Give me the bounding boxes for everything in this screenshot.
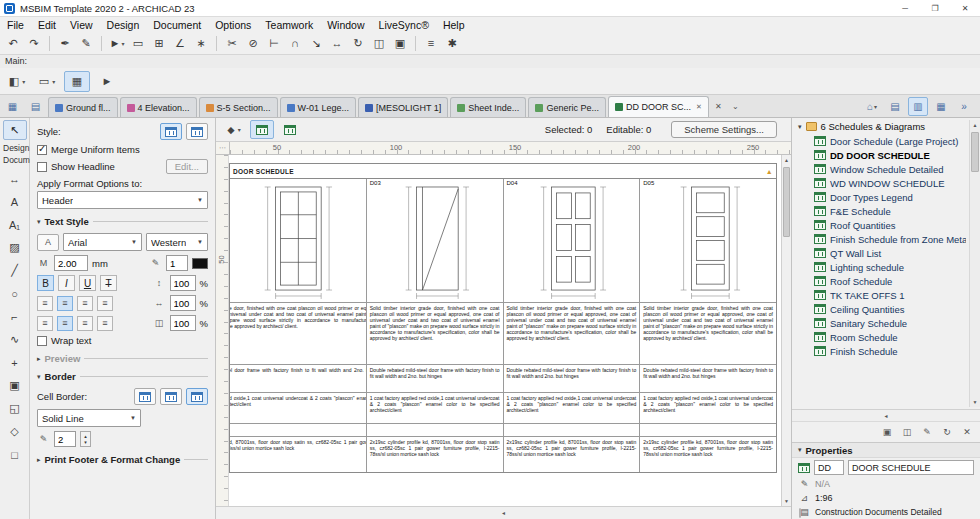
view-map-icon[interactable]: ▥: [908, 97, 928, 116]
schedule-name-field[interactable]: DOOR SCHEDULE: [848, 460, 974, 475]
more-panels-icon[interactable]: »: [954, 97, 974, 116]
menu-livesync[interactable]: LiveSync®: [372, 19, 436, 31]
schedule-column-clipped[interactable]: Solid timber interior grade door, finish…: [230, 179, 367, 472]
border-none-button[interactable]: [134, 388, 156, 405]
tab-legend[interactable]: W-01 Lege...: [280, 97, 356, 117]
schedule-column-d04[interactable]: D04: [504, 179, 641, 472]
new-item-icon[interactable]: ▣: [878, 424, 896, 441]
font-size-input[interactable]: [54, 255, 88, 271]
marquee-options-icon[interactable]: ▭▾: [34, 71, 60, 92]
door-frame-cell[interactable]: Double rebated mild-steel door frame wit…: [230, 365, 366, 393]
tab-ground-floor[interactable]: Ground fl...: [48, 97, 118, 117]
door-ironmongery-cell[interactable]: 2x19sc cylinder profile kd, 87001ss, flo…: [504, 437, 640, 472]
update-icon[interactable]: ↻: [938, 424, 956, 441]
tree-item-selected[interactable]: DD DOOR SCHEDULE: [798, 148, 966, 162]
polyline-tool-icon[interactable]: ⌐: [3, 305, 27, 328]
scrollbar-thumb[interactable]: [971, 132, 979, 172]
resize-icon[interactable]: ↘: [306, 34, 326, 53]
detail-tool-icon[interactable]: □: [3, 443, 27, 466]
scroll-down-icon[interactable]: [970, 397, 980, 407]
tree-item[interactable]: Door Types Legend: [798, 190, 966, 204]
scroll-up-icon[interactable]: [782, 155, 791, 165]
door-finish-cell[interactable]: 1 coat factory applied red oxide,1 coat …: [367, 393, 503, 424]
layout-book-icon[interactable]: ▦: [931, 97, 951, 116]
project-map-icon[interactable]: ▤: [885, 97, 905, 116]
figure-tool-icon[interactable]: ▣: [3, 374, 27, 397]
menu-help[interactable]: Help: [436, 19, 472, 31]
door-finish-cell[interactable]: 1 coat factory applied red oxide,1 coat …: [504, 393, 640, 424]
schedule-column-d03[interactable]: D03: [367, 179, 504, 472]
border-pen-input[interactable]: [54, 431, 76, 447]
print-footer-section-header[interactable]: Print Footer & Format Change: [37, 454, 208, 465]
strikethrough-button[interactable]: T: [100, 275, 117, 291]
tree-item[interactable]: Sanitary Schedule: [798, 316, 966, 330]
align-center-button[interactable]: ≡: [57, 296, 73, 311]
snap-points-icon[interactable]: ∗: [191, 34, 211, 53]
pen-color-swatch[interactable]: [192, 258, 208, 269]
door-leaf-description-cell[interactable]: Solid timber interior grade door, finish…: [367, 303, 503, 365]
tab-elevations[interactable]: 4 Elevation...: [120, 97, 197, 117]
font-dialog-button[interactable]: A: [37, 234, 59, 251]
scroll-up-icon[interactable]: [970, 120, 980, 130]
border-section-header[interactable]: Border: [37, 371, 208, 382]
menu-edit[interactable]: Edit: [31, 19, 63, 31]
options-icon[interactable]: ✱: [442, 34, 462, 53]
close-tab-button[interactable]: ✕: [711, 97, 726, 116]
menu-document[interactable]: Document: [146, 19, 208, 31]
wrap-text-checkbox[interactable]: [37, 336, 47, 346]
tree-item[interactable]: Room Schedule: [798, 330, 966, 344]
close-button[interactable]: ✕: [950, 0, 980, 16]
scroll-left-icon[interactable]: [792, 411, 980, 421]
door-elevation-cell[interactable]: D05: [640, 179, 776, 303]
door-leaf-description-cell[interactable]: Solid timber interior grade door, finish…: [640, 303, 776, 365]
door-finish-cell[interactable]: 1 coat factory applied red oxide,1 coat …: [230, 393, 366, 424]
door-elevation-cell[interactable]: D04: [504, 179, 640, 303]
tree-item[interactable]: Finish Schedule: [798, 344, 966, 358]
door-leaf-description-cell[interactable]: Solid timber interior grade door, finish…: [504, 303, 640, 365]
door-ironmongery-cell[interactable]: 2x19sc cylinder profile kd, 87001ss, flo…: [640, 437, 776, 472]
scale-value[interactable]: 1:96: [815, 493, 833, 503]
guide-lines-icon[interactable]: ∠: [170, 34, 190, 53]
schedule-id-field[interactable]: DD: [814, 460, 844, 475]
tree-item[interactable]: Lighting schedule: [798, 260, 966, 274]
grid-snap-icon[interactable]: ⊞: [149, 34, 169, 53]
toolbox-group-document[interactable]: Docume: [0, 155, 29, 167]
door-ironmongery-cell[interactable]: 2x19sc cylinder profile kd, 87001ss, flo…: [230, 437, 366, 472]
tab-sheet-index[interactable]: Sheet Inde...: [450, 97, 526, 117]
valign-bottom-button[interactable]: ≡: [77, 316, 93, 331]
split-icon[interactable]: ⊘: [243, 34, 263, 53]
inject-parameters-icon[interactable]: ✎: [76, 34, 96, 53]
schedule-column-d05[interactable]: D05: [640, 179, 776, 472]
ruler-corner[interactable]: ⋯: [216, 142, 230, 154]
text-style-section-header[interactable]: Text Style: [37, 216, 208, 227]
door-elevation-cell[interactable]: D03: [367, 179, 503, 303]
spline-tool-icon[interactable]: ∿: [3, 328, 27, 351]
show-headline-checkbox[interactable]: [37, 162, 47, 172]
valign-center-button[interactable]: ≡: [57, 316, 73, 331]
pen-sets-icon[interactable]: ◆▾: [222, 120, 246, 139]
select-tool-icon[interactable]: ↖: [3, 120, 27, 140]
tree-item[interactable]: Window Schedule Detailed: [798, 162, 966, 176]
quick-layout-icon[interactable]: ▦: [2, 97, 23, 116]
tree-item[interactable]: Door Schedule (Large Project): [798, 134, 966, 148]
line-tool-icon[interactable]: ╱: [3, 259, 27, 282]
align-justify-button[interactable]: ≡: [97, 296, 113, 311]
drawing-tool-icon[interactable]: ◱: [3, 397, 27, 420]
valign-justify-button[interactable]: ≡: [97, 316, 113, 331]
pop-up-navigator-icon[interactable]: ▤: [25, 97, 46, 116]
vertical-scrollbar[interactable]: [781, 155, 791, 506]
tree-item[interactable]: TK TAKE OFFS 1: [798, 288, 966, 302]
tree-root-schedules[interactable]: ▾ 6 Schedules & Diagrams: [798, 121, 966, 132]
favorites-icon[interactable]: ◧▾: [4, 71, 30, 92]
dimension-tool-icon[interactable]: ↔: [3, 167, 27, 190]
bold-button[interactable]: B: [37, 275, 54, 291]
rotate-icon[interactable]: ↻: [348, 34, 368, 53]
pick-up-parameters-icon[interactable]: ✒: [55, 34, 75, 53]
line-spacing-input[interactable]: [170, 275, 196, 291]
arrow-tool-icon[interactable]: ►▾: [107, 34, 127, 53]
font-script-select[interactable]: Western▼: [146, 233, 208, 251]
menu-design[interactable]: Design: [100, 19, 147, 31]
cursor-icon[interactable]: ►: [94, 71, 120, 92]
door-finish-cell[interactable]: 1 coat factory applied red oxide,1 coat …: [640, 393, 776, 424]
mirror-icon[interactable]: ◫: [369, 34, 389, 53]
